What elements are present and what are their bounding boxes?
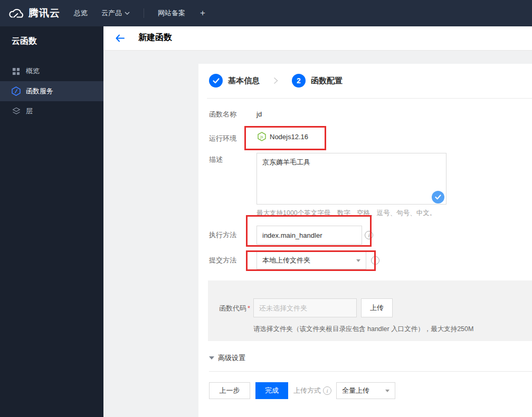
scf-hexagon-icon [12,86,21,96]
submit-method-info-icon[interactable] [371,256,379,265]
sidebar-item-label: 层 [26,106,33,116]
nav-products[interactable]: 云产品 [101,8,130,18]
nodejs-icon: js [258,132,266,141]
runtime-label: 运行环境 [209,133,253,144]
step-indicator: 基本信息 2 函数配置 [209,74,343,88]
runtime-value: Nodejs12.16 [270,133,308,141]
sidebar-menu: 概览 函数服务 层 [0,61,103,121]
runtime-value-row: js Nodejs12.16 [258,132,308,141]
back-arrow-icon[interactable] [115,34,125,45]
footer-actions: 上一步 完成 上传方式 全量上传 [209,382,395,399]
submit-method-select[interactable]: 本地上传文件夹 [256,251,366,269]
grid-icon [12,66,21,76]
function-code-section: 函数代码* 上传 请选择文件夹（该文件夹根目录应包含 handler 入口文件）… [208,280,532,341]
nav-divider [144,8,144,18]
finish-button[interactable]: 完成 [255,382,288,399]
previous-step-button[interactable]: 上一步 [209,382,250,399]
nav-website-beian[interactable]: 网站备案 [158,8,185,18]
select-caret-icon [385,390,390,392]
handler-label: 执行方法 [209,226,253,245]
submit-method-value: 本地上传文件夹 [262,256,310,265]
chevron-down-icon [125,12,130,15]
function-code-label: 函数代码* [219,304,250,313]
create-function-panel: 基本信息 2 函数配置 函数名称 jd 运行环境 js Nodejs12.16 … [198,64,532,417]
sidebar-item-label: 函数服务 [26,86,53,96]
handler-info-icon[interactable] [365,231,373,239]
upload-mode-value: 全量上传 [342,386,369,395]
triangle-down-icon [209,356,214,360]
top-navigation: 总览 云产品 网站备案 + [74,0,205,26]
brand-name: 腾讯云 [28,6,60,20]
function-name-value: jd [256,109,262,120]
step2-label: 函数配置 [311,76,343,86]
nav-overview[interactable]: 总览 [74,8,88,18]
nav-add-tab[interactable]: + [200,8,205,18]
upload-mode-info-icon[interactable] [323,386,331,395]
function-name-label: 函数名称 [209,109,253,120]
description-textarea[interactable]: 京东薅羊毛工具 [256,153,446,205]
step1-label: 基本信息 [228,76,260,86]
advanced-settings-toggle[interactable]: 高级设置 [209,353,245,363]
handler-input[interactable] [256,226,362,245]
description-hint: 最大支持1000个英文字母、数字、空格、逗号、句号、中文。 [256,209,436,218]
step-chevron-icon [273,77,278,84]
topbar: 腾讯云 总览 云产品 网站备案 + [0,0,532,26]
sidebar-title: 云函数 [0,26,103,55]
description-label: 描述 [209,154,253,165]
upload-mode-select[interactable]: 全量上传 [336,382,395,399]
svg-text:js: js [260,134,263,139]
select-caret-icon [356,259,360,262]
sidebar: 云函数 概览 函数服务 [0,26,103,417]
folder-path-input[interactable] [253,298,357,317]
page-title: 新建函数 [138,32,172,43]
page-header: 新建函数 [103,26,532,51]
function-code-hint: 请选择文件夹（该文件夹根目录应包含 handler 入口文件），最大支持250M [253,325,473,334]
tencent-cloud-logo-icon [7,7,24,20]
upload-button[interactable]: 上传 [361,298,393,317]
steps-divider [207,98,532,99]
submit-method-label: 提交方法 [209,251,253,269]
sidebar-item-function-service[interactable]: 函数服务 [0,81,103,101]
sidebar-item-label: 概览 [26,66,40,76]
step1-done-check-icon [209,74,223,88]
footer-divider [209,371,532,372]
required-asterisk: * [248,304,250,312]
upload-mode: 上传方式 [293,386,331,395]
sidebar-item-layers[interactable]: 层 [0,101,103,121]
description-valid-check-icon [432,191,444,203]
tencent-cloud-brand[interactable]: 腾讯云 [7,0,60,26]
upload-mode-label: 上传方式 [293,386,321,395]
sidebar-item-overview[interactable]: 概览 [0,61,103,81]
step2-number-badge: 2 [292,74,306,88]
layers-icon [12,106,21,116]
advanced-settings-label: 高级设置 [218,353,245,363]
